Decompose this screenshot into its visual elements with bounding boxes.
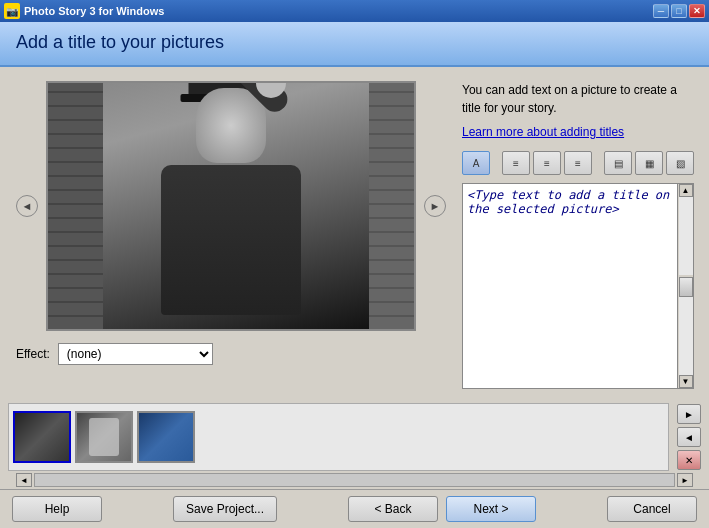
position-bottom-icon: ▧ bbox=[676, 158, 685, 169]
close-button[interactable]: ✕ bbox=[689, 4, 705, 18]
effect-label: Effect: bbox=[16, 347, 50, 361]
text-toolbar: A ≡ ≡ ≡ ▤ ▦ ▧ bbox=[462, 151, 694, 175]
help-button[interactable]: Help bbox=[12, 496, 102, 522]
next-button[interactable]: Next > bbox=[446, 496, 536, 522]
font-button[interactable]: A bbox=[462, 151, 490, 175]
photo-scene bbox=[48, 83, 414, 329]
back-icon: ◄ bbox=[684, 432, 694, 443]
navigation-buttons: < Back Next > bbox=[348, 496, 536, 522]
hscroll-track[interactable] bbox=[34, 473, 675, 487]
align-left-button[interactable]: ≡ bbox=[502, 151, 530, 175]
right-arrow-icon: ► bbox=[430, 200, 441, 212]
align-right-button[interactable]: ≡ bbox=[564, 151, 592, 175]
font-icon: A bbox=[473, 158, 480, 169]
photo-frame bbox=[46, 81, 416, 331]
info-description: You can add text on a picture to create … bbox=[462, 81, 694, 117]
position-middle-icon: ▦ bbox=[645, 158, 654, 169]
title-bar-buttons: ─ □ ✕ bbox=[653, 4, 705, 18]
cancel-button[interactable]: Cancel bbox=[607, 496, 697, 522]
prev-photo-button[interactable]: ◄ bbox=[16, 195, 38, 217]
save-project-button[interactable]: Save Project... bbox=[173, 496, 277, 522]
body bbox=[161, 165, 301, 315]
minimize-button[interactable]: ─ bbox=[653, 4, 669, 18]
align-left-icon: ≡ bbox=[513, 158, 519, 169]
thumb-img-2 bbox=[77, 413, 131, 461]
brick-left-decoration bbox=[48, 83, 103, 329]
brick-right-decoration bbox=[369, 83, 414, 329]
filmstrip-thumb-3[interactable] bbox=[137, 411, 195, 463]
back-button[interactable]: < Back bbox=[348, 496, 438, 522]
delete-icon: ✕ bbox=[685, 455, 693, 466]
next-photo-button[interactable]: ► bbox=[424, 195, 446, 217]
title-bar-text: Photo Story 3 for Windows bbox=[24, 5, 653, 17]
left-panel: ◄ bbox=[16, 81, 446, 389]
maximize-button[interactable]: □ bbox=[671, 4, 687, 18]
align-right-icon: ≡ bbox=[575, 158, 581, 169]
person-figure bbox=[131, 88, 331, 329]
align-center-icon: ≡ bbox=[544, 158, 550, 169]
main-window: Add a title to your pictures ◄ bbox=[0, 22, 709, 528]
position-top-button[interactable]: ▤ bbox=[604, 151, 632, 175]
position-bottom-button[interactable]: ▧ bbox=[666, 151, 694, 175]
scroll-thumb[interactable] bbox=[679, 277, 693, 297]
title-textarea[interactable]: <Type text to add a title on the selecte… bbox=[463, 184, 677, 274]
position-middle-button[interactable]: ▦ bbox=[635, 151, 663, 175]
app-icon: 📷 bbox=[4, 3, 20, 19]
effect-row: Effect: (none) bbox=[16, 343, 446, 365]
title-bar: 📷 Photo Story 3 for Windows ─ □ ✕ bbox=[0, 0, 709, 22]
bottom-bar: Help Save Project... < Back Next > Cance… bbox=[0, 489, 709, 528]
content-area: ◄ bbox=[0, 67, 709, 403]
filmstrip-thumb-1[interactable] bbox=[13, 411, 71, 463]
effect-select[interactable]: (none) bbox=[58, 343, 213, 365]
filmstrip-container bbox=[8, 403, 669, 471]
filmstrip-scrollbar-row: ◄ ► bbox=[8, 471, 701, 489]
forward-icon: ► bbox=[684, 409, 694, 420]
scroll-down-arrow[interactable]: ▼ bbox=[679, 375, 693, 388]
scroll-up-arrow[interactable]: ▲ bbox=[679, 184, 693, 197]
learn-more-link[interactable]: Learn more about adding titles bbox=[462, 125, 694, 139]
hscroll-left-button[interactable]: ◄ bbox=[16, 473, 32, 487]
page-title: Add a title to your pictures bbox=[16, 32, 693, 53]
head bbox=[196, 88, 266, 163]
right-panel: You can add text on a picture to create … bbox=[462, 81, 694, 389]
position-top-icon: ▤ bbox=[614, 158, 623, 169]
filmstrip-side-buttons: ► ◄ ✕ bbox=[677, 404, 701, 470]
filmstrip-section: ► ◄ ✕ ◄ ► bbox=[0, 403, 709, 489]
title-text-container: <Type text to add a title on the selecte… bbox=[462, 183, 694, 389]
hscroll-right-button[interactable]: ► bbox=[677, 473, 693, 487]
filmstrip-back-button[interactable]: ◄ bbox=[677, 427, 701, 447]
filmstrip-thumb-2[interactable] bbox=[75, 411, 133, 463]
header: Add a title to your pictures bbox=[0, 22, 709, 67]
thumb-img-3 bbox=[139, 413, 193, 461]
align-center-button[interactable]: ≡ bbox=[533, 151, 561, 175]
filmstrip-delete-button[interactable]: ✕ bbox=[677, 450, 701, 470]
filmstrip-forward-button[interactable]: ► bbox=[677, 404, 701, 424]
text-scrollbar[interactable]: ▲ ▼ bbox=[677, 184, 693, 388]
thumb-img-1 bbox=[15, 413, 69, 461]
left-arrow-icon: ◄ bbox=[22, 200, 33, 212]
